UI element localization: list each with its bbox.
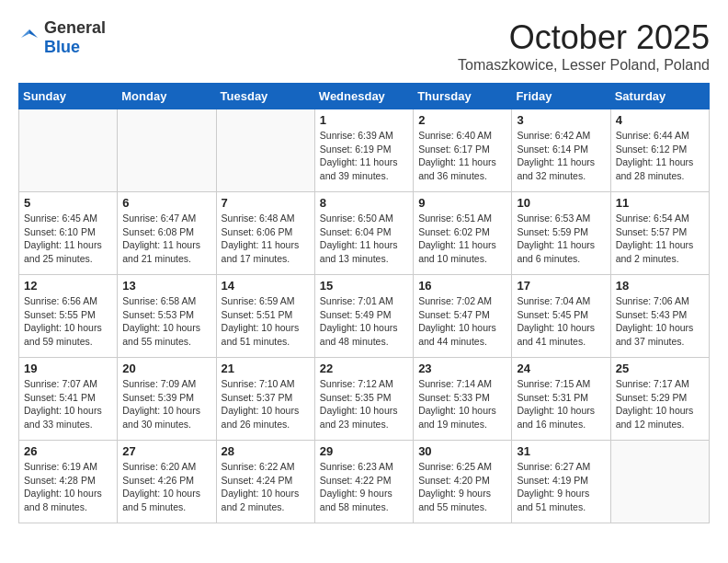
calendar-cell: 23Sunrise: 7:14 AM Sunset: 5:33 PM Dayli…	[414, 358, 512, 441]
calendar-week-row: 5Sunrise: 6:45 AM Sunset: 6:10 PM Daylig…	[19, 192, 710, 275]
day-number: 7	[222, 196, 310, 210]
logo-icon	[18, 27, 40, 49]
calendar-header: SundayMondayTuesdayWednesdayThursdayFrid…	[19, 84, 710, 109]
day-number: 22	[320, 362, 408, 375]
calendar-cell: 20Sunrise: 7:09 AM Sunset: 5:39 PM Dayli…	[118, 358, 216, 441]
calendar-cell: 4Sunrise: 6:44 AM Sunset: 6:12 PM Daylig…	[610, 109, 709, 192]
calendar-cell	[610, 441, 709, 523]
day-number: 23	[418, 362, 506, 375]
calendar-cell: 2Sunrise: 6:40 AM Sunset: 6:17 PM Daylig…	[414, 109, 512, 192]
day-number: 1	[320, 113, 408, 127]
day-number: 27	[122, 444, 210, 458]
month-title: October 2025	[458, 18, 710, 57]
calendar-cell: 16Sunrise: 7:02 AM Sunset: 5:47 PM Dayli…	[414, 275, 512, 358]
day-number: 18	[616, 279, 704, 293]
day-number: 8	[320, 196, 408, 210]
day-number: 12	[24, 279, 112, 293]
day-number: 28	[222, 444, 310, 458]
day-number: 19	[24, 362, 112, 375]
day-info: Sunrise: 7:12 AM Sunset: 5:35 PM Dayligh…	[320, 377, 408, 431]
day-number: 20	[122, 362, 210, 375]
day-number: 15	[320, 279, 408, 293]
day-number: 3	[517, 113, 605, 127]
day-info: Sunrise: 6:56 AM Sunset: 5:55 PM Dayligh…	[24, 294, 112, 349]
day-info: Sunrise: 7:17 AM Sunset: 5:29 PM Dayligh…	[616, 377, 704, 431]
day-info: Sunrise: 6:44 AM Sunset: 6:12 PM Dayligh…	[616, 129, 704, 183]
day-number: 24	[517, 362, 605, 375]
day-number: 30	[418, 444, 506, 458]
day-number: 4	[616, 113, 704, 127]
day-info: Sunrise: 7:10 AM Sunset: 5:37 PM Dayligh…	[222, 377, 310, 431]
calendar-week-row: 26Sunrise: 6:19 AM Sunset: 4:28 PM Dayli…	[19, 441, 710, 523]
calendar-cell: 10Sunrise: 6:53 AM Sunset: 5:59 PM Dayli…	[512, 192, 610, 275]
day-info: Sunrise: 6:59 AM Sunset: 5:51 PM Dayligh…	[222, 294, 310, 349]
day-info: Sunrise: 7:14 AM Sunset: 5:33 PM Dayligh…	[418, 377, 506, 431]
day-info: Sunrise: 7:09 AM Sunset: 5:39 PM Dayligh…	[122, 377, 210, 431]
page-header: General Blue October 2025 Tomaszkowice, …	[18, 18, 710, 74]
logo-wordmark: General Blue	[44, 18, 106, 57]
day-info: Sunrise: 6:19 AM Sunset: 4:28 PM Dayligh…	[24, 460, 112, 514]
weekday-header-wednesday: Wednesday	[314, 84, 413, 109]
day-number: 29	[320, 444, 408, 458]
day-info: Sunrise: 6:45 AM Sunset: 6:10 PM Dayligh…	[24, 212, 112, 266]
calendar-cell: 13Sunrise: 6:58 AM Sunset: 5:53 PM Dayli…	[118, 275, 216, 358]
calendar-cell: 8Sunrise: 6:50 AM Sunset: 6:04 PM Daylig…	[314, 192, 413, 275]
day-number: 11	[616, 196, 704, 210]
calendar-table: SundayMondayTuesdayWednesdayThursdayFrid…	[18, 83, 710, 523]
calendar-cell: 30Sunrise: 6:25 AM Sunset: 4:20 PM Dayli…	[414, 441, 512, 523]
title-section: October 2025 Tomaszkowice, Lesser Poland…	[458, 18, 710, 74]
day-info: Sunrise: 6:25 AM Sunset: 4:20 PM Dayligh…	[418, 460, 506, 514]
day-info: Sunrise: 6:47 AM Sunset: 6:08 PM Dayligh…	[122, 212, 210, 266]
calendar-cell	[19, 109, 118, 192]
calendar-cell: 5Sunrise: 6:45 AM Sunset: 6:10 PM Daylig…	[19, 192, 118, 275]
day-number: 26	[24, 444, 112, 458]
weekday-header-sunday: Sunday	[19, 84, 118, 109]
logo: General Blue	[18, 18, 106, 57]
day-info: Sunrise: 7:15 AM Sunset: 5:31 PM Dayligh…	[517, 377, 605, 431]
day-info: Sunrise: 6:22 AM Sunset: 4:24 PM Dayligh…	[222, 460, 310, 514]
calendar-cell: 12Sunrise: 6:56 AM Sunset: 5:55 PM Dayli…	[19, 275, 118, 358]
calendar-week-row: 1Sunrise: 6:39 AM Sunset: 6:19 PM Daylig…	[19, 109, 710, 192]
day-number: 17	[517, 279, 605, 293]
day-number: 14	[222, 279, 310, 293]
calendar-cell: 27Sunrise: 6:20 AM Sunset: 4:26 PM Dayli…	[118, 441, 216, 523]
calendar-body: 1Sunrise: 6:39 AM Sunset: 6:19 PM Daylig…	[19, 109, 710, 523]
day-number: 6	[122, 196, 210, 210]
day-number: 16	[418, 279, 506, 293]
day-info: Sunrise: 6:39 AM Sunset: 6:19 PM Dayligh…	[320, 129, 408, 183]
calendar-week-row: 12Sunrise: 6:56 AM Sunset: 5:55 PM Dayli…	[19, 275, 710, 358]
calendar-cell: 24Sunrise: 7:15 AM Sunset: 5:31 PM Dayli…	[512, 358, 610, 441]
calendar-cell: 15Sunrise: 7:01 AM Sunset: 5:49 PM Dayli…	[314, 275, 413, 358]
day-info: Sunrise: 6:23 AM Sunset: 4:22 PM Dayligh…	[320, 460, 408, 514]
calendar-cell: 28Sunrise: 6:22 AM Sunset: 4:24 PM Dayli…	[216, 441, 314, 523]
calendar-cell: 7Sunrise: 6:48 AM Sunset: 6:06 PM Daylig…	[216, 192, 314, 275]
calendar-cell: 17Sunrise: 7:04 AM Sunset: 5:45 PM Dayli…	[512, 275, 610, 358]
day-info: Sunrise: 7:04 AM Sunset: 5:45 PM Dayligh…	[517, 294, 605, 349]
calendar-cell: 18Sunrise: 7:06 AM Sunset: 5:43 PM Dayli…	[610, 275, 709, 358]
day-number: 10	[517, 196, 605, 210]
day-number: 9	[418, 196, 506, 210]
weekday-header-monday: Monday	[118, 84, 216, 109]
calendar-cell: 29Sunrise: 6:23 AM Sunset: 4:22 PM Dayli…	[314, 441, 413, 523]
logo-blue: Blue	[44, 38, 80, 56]
svg-marker-0	[29, 29, 38, 38]
calendar-cell: 21Sunrise: 7:10 AM Sunset: 5:37 PM Dayli…	[216, 358, 314, 441]
calendar-cell: 3Sunrise: 6:42 AM Sunset: 6:14 PM Daylig…	[512, 109, 610, 192]
day-number: 5	[24, 196, 112, 210]
day-number: 21	[222, 362, 310, 375]
location: Tomaszkowice, Lesser Poland, Poland	[458, 57, 710, 74]
weekday-header-saturday: Saturday	[610, 84, 709, 109]
calendar-cell: 26Sunrise: 6:19 AM Sunset: 4:28 PM Dayli…	[19, 441, 118, 523]
day-info: Sunrise: 6:48 AM Sunset: 6:06 PM Dayligh…	[222, 212, 310, 266]
day-info: Sunrise: 6:58 AM Sunset: 5:53 PM Dayligh…	[122, 294, 210, 349]
day-info: Sunrise: 6:50 AM Sunset: 6:04 PM Dayligh…	[320, 212, 408, 266]
weekday-header-friday: Friday	[512, 84, 610, 109]
day-info: Sunrise: 7:06 AM Sunset: 5:43 PM Dayligh…	[616, 294, 704, 349]
svg-marker-1	[21, 29, 29, 38]
calendar-cell: 22Sunrise: 7:12 AM Sunset: 5:35 PM Dayli…	[314, 358, 413, 441]
day-info: Sunrise: 7:01 AM Sunset: 5:49 PM Dayligh…	[320, 294, 408, 349]
day-info: Sunrise: 7:07 AM Sunset: 5:41 PM Dayligh…	[24, 377, 112, 431]
calendar-cell: 11Sunrise: 6:54 AM Sunset: 5:57 PM Dayli…	[610, 192, 709, 275]
day-info: Sunrise: 6:20 AM Sunset: 4:26 PM Dayligh…	[122, 460, 210, 514]
day-number: 13	[122, 279, 210, 293]
